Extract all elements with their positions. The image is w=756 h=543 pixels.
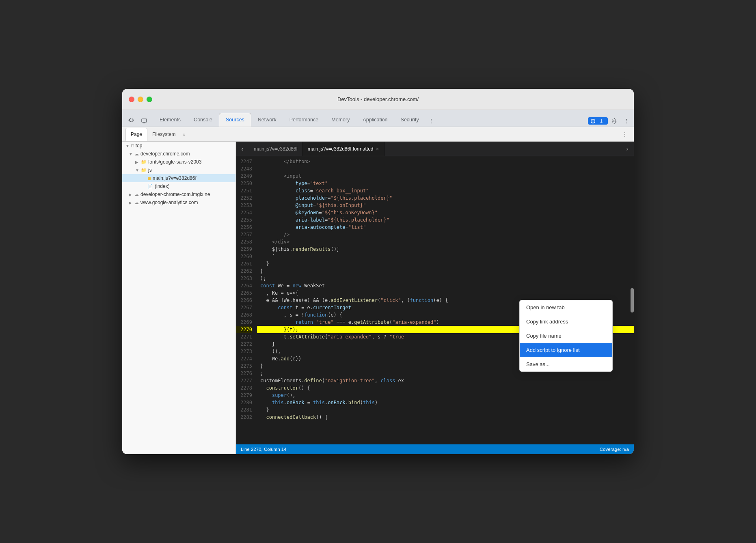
window-title: DevTools - developer.chrome.com/ [337, 96, 419, 102]
more-subtabs-icon[interactable]: » [180, 132, 188, 137]
context-menu-copy-filename[interactable]: Copy file name [520, 329, 612, 343]
tree-item-fonts[interactable]: ▶ 📁 fonts/google-sans-v2003 [122, 158, 235, 166]
editor-tab-close-icon[interactable]: × [376, 146, 379, 152]
context-menu-copy-link[interactable]: Copy link address [520, 315, 612, 329]
file-tree: ▼ □ top ▼ ☁ developer.chrome.com ▶ 📁 fon… [122, 142, 236, 454]
content-area: ▼ □ top ▼ ☁ developer.chrome.com ▶ 📁 fon… [122, 142, 634, 454]
minimize-button[interactable] [138, 97, 143, 102]
more-options-icon-button[interactable]: ⋮ [621, 115, 632, 127]
tab-console[interactable]: Console [187, 113, 219, 127]
close-button[interactable] [129, 97, 134, 102]
settings-icon-button[interactable] [609, 115, 620, 127]
context-menu-save-as[interactable]: Save as... [520, 357, 612, 371]
traffic-lights [129, 97, 152, 102]
cursor-position: Line 2270, Column 14 [241, 447, 287, 452]
sources-subtab-bar: Page Filesystem » ⋮ [122, 127, 634, 142]
badge-button[interactable]: 1 [588, 117, 608, 125]
scroll-indicator[interactable] [631, 288, 634, 312]
maximize-button[interactable] [147, 97, 152, 102]
tab-security[interactable]: Security [394, 113, 426, 127]
editor-tab-main-js-formatted[interactable]: main.js?v=e382d86f:formatted × [303, 142, 384, 156]
titlebar: DevTools - developer.chrome.com/ [122, 89, 634, 110]
editor-area: ‹ main.js?v=e382d86f main.js?v=e382d86f:… [236, 142, 634, 454]
svg-rect-1 [143, 123, 145, 123]
tab-application[interactable]: Application [356, 113, 394, 127]
tab-memory[interactable]: Memory [325, 113, 356, 127]
notification-badge: 1 [597, 118, 605, 124]
context-menu: Open in new tab Copy link address Copy f… [519, 300, 613, 372]
tree-item-main-js[interactable]: ▶ ◼ main.js?v=e382d86f [122, 174, 235, 182]
subtab-filesystem[interactable]: Filesystem [147, 128, 180, 141]
more-tabs-icon[interactable]: ⋮ [426, 115, 437, 127]
context-menu-add-ignore[interactable]: Add script to ignore list [520, 343, 612, 357]
line-numbers: 2247224822492250225122522253225422552256… [236, 156, 257, 444]
subtab-page[interactable]: Page [125, 128, 147, 141]
tab-network[interactable]: Network [251, 113, 283, 127]
editor-tabs-bar: ‹ main.js?v=e382d86f main.js?v=e382d86f:… [236, 142, 634, 156]
devtools-top-right-icons: 1 ⋮ [588, 115, 634, 127]
tab-sources[interactable]: Sources [219, 113, 251, 127]
tree-item-imgix[interactable]: ▶ ☁ developer-chrome-com.imgix.ne [122, 190, 235, 198]
editor-nav-right-icon[interactable]: › [621, 142, 634, 155]
tree-item-developer-chrome[interactable]: ▼ ☁ developer.chrome.com [122, 150, 235, 158]
tree-item-js-folder[interactable]: ▼ 📁 js [122, 166, 235, 174]
subtab-kebab-icon[interactable]: ⋮ [619, 129, 631, 140]
devtools-body: Page Filesystem » ⋮ ▼ □ top [122, 127, 634, 454]
inspector-icon-button[interactable] [125, 115, 137, 127]
status-bar: Line 2270, Column 14 Coverage: n/a [236, 444, 634, 454]
devtools-window: DevTools - developer.chrome.com/ Element… [122, 89, 634, 454]
tab-elements[interactable]: Elements [153, 113, 187, 127]
devtools-tab-bar: Elements Console Sources Network Perform… [122, 110, 634, 127]
subtab-options: ⋮ [619, 129, 631, 140]
device-toolbar-icon-button[interactable] [138, 115, 150, 127]
tree-item-index[interactable]: ▶ 📄 (index) [122, 182, 235, 190]
editor-tab-main-js[interactable]: main.js?v=e382d86f [249, 142, 303, 156]
tab-performance[interactable]: Performance [283, 113, 325, 127]
tree-item-analytics[interactable]: ▶ ☁ www.google-analytics.com [122, 198, 235, 207]
tree-item-top[interactable]: ▼ □ top [122, 142, 235, 150]
svg-rect-0 [142, 119, 147, 122]
editor-nav-left-icon[interactable]: ‹ [236, 142, 249, 155]
context-menu-open-new-tab[interactable]: Open in new tab [520, 300, 612, 315]
coverage-status: Coverage: n/a [600, 447, 629, 452]
